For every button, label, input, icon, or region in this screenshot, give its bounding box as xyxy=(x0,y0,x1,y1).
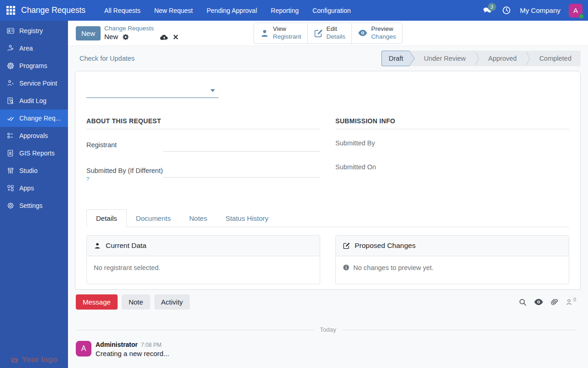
menu-item-new-request[interactable]: New Request xyxy=(148,3,199,18)
sidebar-item-studio[interactable]: Studio xyxy=(0,162,68,179)
app-title[interactable]: Change Requests xyxy=(21,6,85,15)
sidebar-item-label: GIS Reports xyxy=(19,150,55,157)
help-question-icon[interactable]: ? xyxy=(86,176,89,182)
discard-record-button[interactable] xyxy=(173,34,179,40)
edit-details-button[interactable]: Edit Details xyxy=(308,23,352,43)
cloud-upload-icon xyxy=(160,34,169,40)
chatter-message: A Administrator 7:08 PM Creating a new r… xyxy=(76,341,580,357)
sidebar-item-gis-reports[interactable]: GIS Reports xyxy=(0,144,68,162)
program-flower-icon xyxy=(6,62,15,70)
card-title: Current Data xyxy=(106,242,147,250)
save-record-button[interactable] xyxy=(160,34,169,40)
about-section: ABOUT THIS REQUEST Registrant Submitted … xyxy=(86,117,320,198)
person-icon xyxy=(260,29,269,38)
action-label-top: Preview xyxy=(371,25,393,33)
sidebar-item-service-point[interactable]: Service Point xyxy=(0,75,68,92)
menu-item-pending-approval[interactable]: Pending Approval xyxy=(201,3,263,18)
new-record-button[interactable]: New xyxy=(76,26,101,40)
menu-item-all-requests[interactable]: All Requests xyxy=(98,3,147,18)
info-icon xyxy=(343,264,350,271)
notebook-tabs: Details Documents Notes Status History xyxy=(86,209,569,227)
sidebar-item-label: Change Req... xyxy=(19,115,61,122)
apps-grid-icon xyxy=(6,6,15,15)
status-pipeline: Draft Under Review Approved Completed xyxy=(381,51,581,66)
followers-button[interactable]: 0 xyxy=(565,298,576,306)
sidebar-item-registry[interactable]: Registry xyxy=(0,22,68,40)
gear-icon xyxy=(6,201,15,210)
menu-item-reporting[interactable]: Reporting xyxy=(265,3,305,18)
stage-label: Approved xyxy=(488,55,517,62)
followers-count: 0 xyxy=(573,297,576,302)
user-avatar[interactable]: A xyxy=(569,4,582,17)
sidebar-item-audit-log[interactable]: Audit Log xyxy=(0,92,68,109)
sidebar-item-approvals[interactable]: Approvals xyxy=(0,127,68,144)
messages-count-badge: 3 xyxy=(488,3,496,11)
check-for-updates-link[interactable]: Check for Updates xyxy=(79,55,135,62)
action-label-bottom: Registrant xyxy=(273,33,301,41)
stage-under-review[interactable]: Under Review xyxy=(415,51,475,66)
breadcrumb-parent-link[interactable]: Change Requests xyxy=(104,25,179,33)
tab-status-history[interactable]: Status History xyxy=(216,210,277,227)
sidebar-item-label: Service Point xyxy=(19,80,57,87)
clock-icon xyxy=(502,6,511,15)
stage-approved[interactable]: Approved xyxy=(479,51,526,66)
tab-documents[interactable]: Documents xyxy=(127,210,180,227)
hand-care-icon xyxy=(6,44,15,52)
registrant-input[interactable] xyxy=(163,139,320,152)
company-menu[interactable]: My Company xyxy=(518,6,565,14)
search-icon xyxy=(519,298,527,306)
activity-clock-button[interactable] xyxy=(499,3,514,18)
apps-grid-button[interactable] xyxy=(0,0,21,21)
stage-separator-chevron xyxy=(475,51,479,66)
sidebar-item-apps[interactable]: Apps xyxy=(0,179,68,197)
label-text: Submitted By (If Different) xyxy=(86,167,163,174)
sidebar-item-label: Audit Log xyxy=(19,97,46,104)
attach-files-button[interactable] xyxy=(550,298,558,306)
close-icon xyxy=(173,34,179,40)
submitted-by-if-input[interactable] xyxy=(163,165,320,178)
sidebar-item-label: Programs xyxy=(19,62,47,69)
stage-label: Under Review xyxy=(424,55,466,62)
sidebar-item-area[interactable]: Area xyxy=(0,40,68,57)
preview-changes-button[interactable]: Preview Changes xyxy=(352,23,402,43)
eye-icon xyxy=(358,29,368,37)
menu-item-configuration[interactable]: Configuration xyxy=(306,3,356,18)
record-actions-gear-button[interactable] xyxy=(122,34,129,40)
stage-draft[interactable]: Draft xyxy=(381,51,414,66)
note-button[interactable]: Note xyxy=(122,294,150,310)
stage-completed[interactable]: Completed xyxy=(530,51,581,66)
sidebar-item-label: Approvals xyxy=(19,132,48,139)
stage-separator-chevron xyxy=(526,51,530,66)
proposed-changes-card-body: No changes to preview yet. xyxy=(336,256,569,284)
action-label-bottom: Details xyxy=(327,33,345,41)
company-logo-placeholder[interactable]: Your logo xyxy=(0,355,68,364)
section-title-about: ABOUT THIS REQUEST xyxy=(86,117,320,129)
tab-details[interactable]: Details xyxy=(86,209,127,227)
request-type-select[interactable] xyxy=(86,85,219,98)
author-avatar: A xyxy=(76,341,91,356)
tab-notes[interactable]: Notes xyxy=(180,210,216,227)
message-author[interactable]: Administrator xyxy=(96,341,138,348)
current-data-card: Current Data No registrant selected. xyxy=(86,235,320,284)
search-messages-button[interactable] xyxy=(519,298,527,306)
chatter: Message Note Activity 0 xyxy=(68,290,588,357)
sidebar-item-change-requests[interactable]: Change Req... xyxy=(0,109,68,127)
messages-button[interactable]: 3 xyxy=(480,3,495,18)
message-button[interactable]: Message xyxy=(76,294,118,310)
double-check-icon xyxy=(6,114,15,122)
message-timestamp: 7:08 PM xyxy=(141,342,162,348)
chatter-toolbar: Message Note Activity 0 xyxy=(76,294,580,310)
action-label-bottom: Changes xyxy=(371,33,396,41)
activity-button[interactable]: Activity xyxy=(154,294,190,310)
proposed-changes-card: Proposed Changes No changes to preview y… xyxy=(335,235,569,284)
sidebar-item-programs[interactable]: Programs xyxy=(0,57,68,75)
proposed-changes-card-header: Proposed Changes xyxy=(336,236,569,256)
view-registrant-button[interactable]: View Registrant xyxy=(254,23,308,43)
sliders-icon xyxy=(6,167,15,175)
sidebar-item-label: Apps xyxy=(19,184,34,192)
sidebar-item-settings[interactable]: Settings xyxy=(0,197,68,214)
date-divider: Today xyxy=(76,326,580,334)
watch-record-button[interactable] xyxy=(534,298,543,306)
eye-icon xyxy=(534,298,543,306)
camera-icon xyxy=(11,356,19,363)
